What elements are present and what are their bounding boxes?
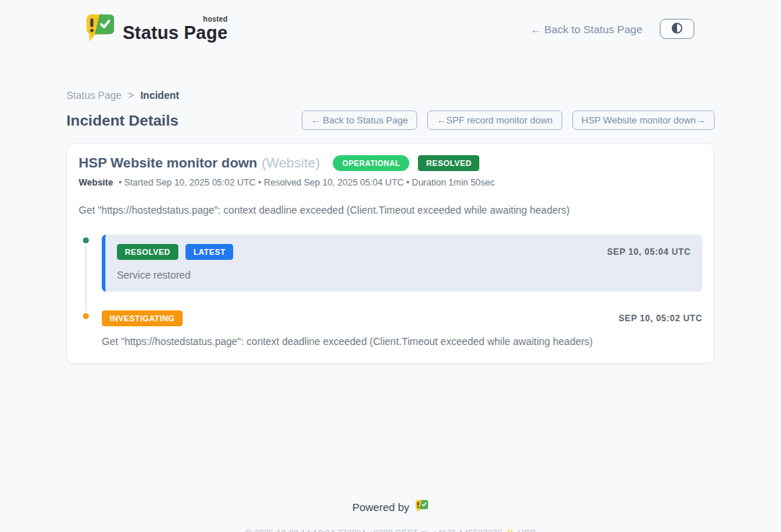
timeline-entry-investigating: INVESTIGATING SEP 10, 05:02 UTC Get "htt… xyxy=(79,310,702,347)
timeline-entry-head: RESOLVED LATEST SEP 10, 05:04 UTC xyxy=(117,244,691,260)
timeline-message: Service restored xyxy=(117,269,691,281)
brand-logo[interactable]: hosted Status Page xyxy=(85,13,227,45)
resolved-state-badge: RESOLVED xyxy=(418,155,479,171)
back-to-status-page-button[interactable]: ← Back to Status Page xyxy=(302,110,417,130)
title-row: Incident Details ← Back to Status Page ←… xyxy=(66,110,715,130)
latest-badge: LATEST xyxy=(186,244,233,260)
breadcrumb-separator: > xyxy=(128,90,134,101)
contrast-icon xyxy=(671,22,683,36)
header-right: ← Back to Status Page xyxy=(531,19,694,39)
status-page-logo-icon-small xyxy=(415,500,429,515)
timeline-entry-head: INVESTIGATING SEP 10, 05:02 UTC xyxy=(102,310,702,326)
next-incident-button[interactable]: HSP Website monitor down→ xyxy=(572,110,715,130)
incident-meta: Website • Started Sep 10, 2025 05:02 UTC… xyxy=(79,178,702,188)
timeline-timestamp: SEP 10, 05:04 UTC xyxy=(607,247,691,257)
resolved-badge: RESOLVED xyxy=(117,244,178,260)
brand-name: Status Page xyxy=(123,24,227,42)
timeline-entry-highlighted-box: RESOLVED LATEST SEP 10, 05:04 UTC Servic… xyxy=(102,235,702,292)
timeline-entry-resolved: RESOLVED LATEST SEP 10, 05:04 UTC Servic… xyxy=(79,235,702,292)
header: hosted Status Page ← Back to Status Page xyxy=(0,0,781,56)
timeline-dot-column xyxy=(79,310,93,347)
incident-card: HSP Website monitor down (Website) OPERA… xyxy=(66,143,715,364)
powered-by-link[interactable]: Powered by xyxy=(352,500,429,515)
brand-text: hosted Status Page xyxy=(123,16,227,42)
investigating-dot-icon xyxy=(81,311,91,321)
operational-status-badge: OPERATIONAL xyxy=(333,155,409,171)
incident-description: Get "https://hostedstatus.page": context… xyxy=(79,204,702,216)
investigating-badge: INVESTIGATING xyxy=(102,310,183,326)
powered-by-label: Powered by xyxy=(352,501,409,513)
status-page-logo-icon xyxy=(85,13,115,45)
breadcrumb: Status Page > Incident xyxy=(66,90,715,101)
timeline-timestamp: SEP 10, 05:02 UTC xyxy=(619,313,702,323)
main-content: Status Page > Incident Incident Details … xyxy=(66,90,715,364)
timeline-message: Get "https://hostedstatus.page": context… xyxy=(102,336,702,347)
timeline-entry-plain: INVESTIGATING SEP 10, 05:02 UTC Get "htt… xyxy=(102,310,702,347)
page-title: Incident Details xyxy=(66,112,178,129)
incident-meta-component: Website xyxy=(79,178,113,188)
incident-nav-buttons: ← Back to Status Page ←SPF record monito… xyxy=(302,110,715,130)
breadcrumb-incident: Incident xyxy=(140,90,179,101)
incident-title: HSP Website monitor down xyxy=(79,155,257,171)
footer: Powered by © 2025-10-08 14:10:34.772084 … xyxy=(0,500,781,532)
breadcrumb-status-page[interactable]: Status Page xyxy=(66,90,121,101)
timeline-dot-column xyxy=(79,235,93,292)
incident-component-label: (Website) xyxy=(261,155,320,171)
theme-toggle-button[interactable] xyxy=(660,19,694,39)
resolved-dot-icon xyxy=(81,235,91,245)
incident-title-row: HSP Website monitor down (Website) OPERA… xyxy=(79,155,702,171)
incident-meta-details: • Started Sep 10, 2025 05:02 UTC • Resol… xyxy=(118,178,494,188)
copyright-text: © 2025-10-08 14:10:34.772084 +0200 CEST … xyxy=(0,528,781,532)
incident-timeline: RESOLVED LATEST SEP 10, 05:04 UTC Servic… xyxy=(79,235,702,347)
prev-incident-button[interactable]: ←SPF record monitor down xyxy=(427,110,562,130)
header-back-link[interactable]: ← Back to Status Page xyxy=(531,23,642,35)
